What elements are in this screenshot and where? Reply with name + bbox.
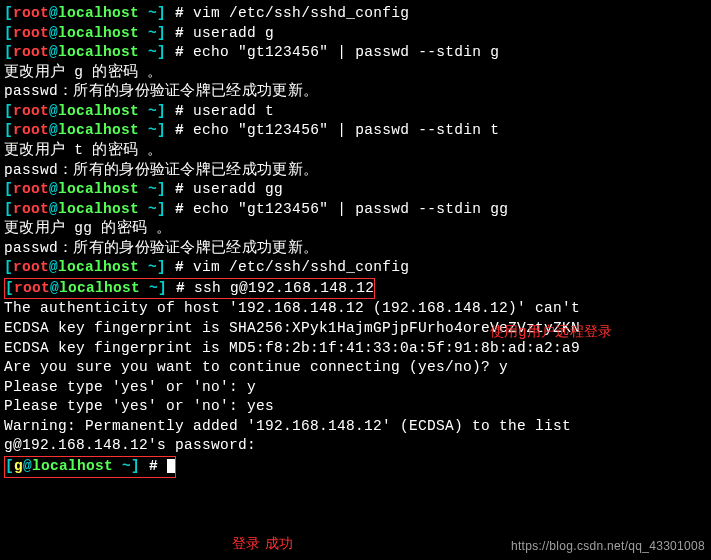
terminal-line: g@192.168.148.12's password: (4, 436, 707, 456)
annotation-remote-login: 使用g用户远程登录 (490, 322, 613, 341)
terminal-line: 更改用户 t 的密码 。 (4, 141, 707, 161)
terminal-line: [root@localhost ~] # echo "gt123456" | p… (4, 43, 707, 63)
ssh-command-highlight: [root@localhost ~] # ssh g@192.168.148.1… (4, 278, 707, 300)
terminal-line: Please type 'yes' or 'no': yes (4, 397, 707, 417)
terminal-line: The authenticity of host '192.168.148.12… (4, 299, 707, 319)
terminal-line: [root@localhost ~] # useradd t (4, 102, 707, 122)
terminal-line: [root@localhost ~] # vim /etc/ssh/sshd_c… (4, 4, 707, 24)
terminal-line: passwd：所有的身份验证令牌已经成功更新。 (4, 161, 707, 181)
terminal-line: 更改用户 gg 的密码 。 (4, 219, 707, 239)
terminal-line: [root@localhost ~] # echo "gt123456" | p… (4, 121, 707, 141)
terminal-line: [root@localhost ~] # useradd gg (4, 180, 707, 200)
terminal-line: passwd：所有的身份验证令牌已经成功更新。 (4, 82, 707, 102)
terminal-line: Warning: Permanently added '192.168.148.… (4, 417, 707, 437)
terminal-line: 更改用户 g 的密码 。 (4, 63, 707, 83)
watermark: https://blog.csdn.net/qq_43301008 (511, 538, 705, 554)
terminal-line: [root@localhost ~] # vim /etc/ssh/sshd_c… (4, 258, 707, 278)
terminal-line: Please type 'yes' or 'no': y (4, 378, 707, 398)
terminal-line: [root@localhost ~] # useradd g (4, 24, 707, 44)
g-user-prompt-highlight: [g@localhost ~] # (4, 456, 707, 478)
terminal-line: passwd：所有的身份验证令牌已经成功更新。 (4, 239, 707, 259)
terminal-line: [root@localhost ~] # echo "gt123456" | p… (4, 200, 707, 220)
terminal-line: ECDSA key fingerprint is MD5:f8:2b:1f:41… (4, 339, 707, 359)
annotation-login-success: 登录 成功 (232, 534, 293, 553)
terminal-line: Are you sure you want to continue connec… (4, 358, 707, 378)
terminal-output: [root@localhost ~] # vim /etc/ssh/sshd_c… (4, 4, 707, 478)
